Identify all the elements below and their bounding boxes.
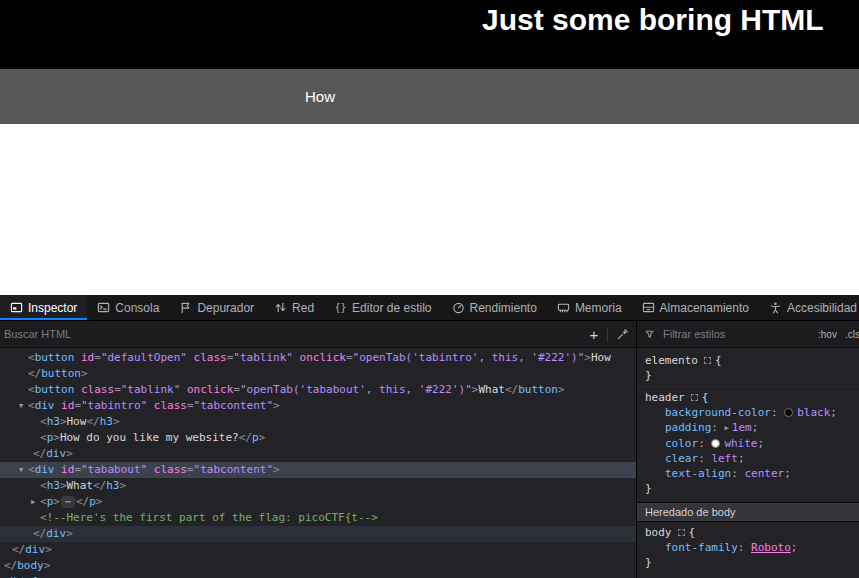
rule-selector[interactable]: body [645, 526, 672, 539]
css-property-name[interactable]: padding [665, 421, 711, 434]
color-swatch[interactable] [784, 408, 793, 417]
tab-label: Inspector [28, 301, 77, 315]
code-token: How [591, 351, 611, 364]
inspector-pane: + <button id="defaultOpen" class="tablin… [0, 321, 637, 578]
markup-line[interactable]: <button id="defaultOpen" class="tablink"… [0, 350, 636, 366]
code-token: button [35, 383, 75, 396]
css-rule: header{background-color: black;padding: … [637, 386, 859, 499]
code-token: > [558, 383, 565, 396]
devtools-tab-storage[interactable]: Almacenamiento [632, 295, 759, 320]
selector-highlighter-icon[interactable] [691, 394, 698, 401]
semicolon: ; [791, 541, 798, 554]
page-tab-how-button[interactable]: How [284, 69, 356, 124]
pseudo-class-toggle[interactable]: :hov [814, 329, 841, 340]
code-token: > [45, 543, 52, 556]
css-declaration[interactable]: font-family: Roboto; [645, 540, 853, 555]
code-token: "tabintro" [81, 399, 147, 412]
css-rule: elemento{} [637, 350, 859, 386]
code-token: </ [33, 447, 46, 460]
code-token: > [273, 463, 280, 476]
code-token: p [252, 431, 259, 444]
collapsed-ellipsis[interactable]: ⋯ [61, 496, 75, 508]
markup-line[interactable]: <!--Here's the first part of the flag: p… [0, 510, 636, 526]
devtools-tab-console[interactable]: Consola [87, 295, 169, 320]
css-property-name[interactable]: text-align [665, 467, 731, 480]
css-declaration[interactable]: color: white; [645, 436, 853, 451]
shorthand-twisty-icon[interactable]: ▶ [725, 424, 729, 432]
selector-highlighter-icon[interactable] [678, 529, 685, 536]
twisty-icon[interactable]: ▼ [16, 398, 26, 414]
code-token: = [74, 399, 81, 412]
css-property-name[interactable]: color [665, 437, 698, 450]
semicolon: ; [758, 437, 765, 450]
markup-line[interactable]: <p>How do you like my website?</p> [0, 430, 636, 446]
css-property-name[interactable]: clear [665, 452, 698, 465]
css-declaration[interactable]: padding: ▶1em; [645, 420, 853, 436]
code-token: button [518, 383, 558, 396]
code-token: > [53, 431, 60, 444]
code-token: div [25, 543, 45, 556]
css-property-value[interactable]: black [797, 406, 830, 419]
markup-line[interactable]: <h3>What</h3> [0, 478, 636, 494]
search-html-input[interactable] [0, 328, 581, 340]
code-token: </ [12, 543, 25, 556]
markup-line[interactable]: </div> [0, 446, 636, 462]
inspector-icon [10, 301, 23, 314]
devtools-tab-accessibility[interactable]: Accesibilidad [759, 295, 859, 320]
code-token: </ [28, 367, 41, 380]
screen: Just some boring HTML How InspectorConso… [0, 0, 859, 578]
css-declaration[interactable]: text-align: center; [645, 466, 853, 481]
tab-label: Consola [115, 301, 159, 315]
code-token: = [94, 351, 101, 364]
rule-selector[interactable]: header [645, 391, 685, 404]
selector-highlighter-icon[interactable] [704, 357, 711, 364]
devtools-tab-memory[interactable]: Memoria [547, 295, 632, 320]
tab-label: Memoria [575, 301, 622, 315]
css-property-value[interactable]: white [724, 437, 757, 450]
markup-line[interactable]: </div> [0, 542, 636, 558]
code-token: div [46, 447, 66, 460]
color-swatch[interactable] [711, 439, 720, 448]
css-property-name[interactable]: background-color [665, 406, 771, 419]
markup-line[interactable]: ▼<div id="tabintro" class="tabcontent"> [0, 398, 636, 414]
css-declaration[interactable]: background-color: black; [645, 405, 853, 420]
code-token: > [96, 495, 103, 508]
devtools-tab-debugger[interactable]: Depurador [169, 295, 264, 320]
css-property-name[interactable]: font-family [665, 541, 738, 554]
markup-line[interactable]: </html> [0, 574, 636, 578]
devtools-tab-performance[interactable]: Rendimiento [442, 295, 547, 320]
code-token: button [41, 367, 81, 380]
style-editor-icon: {} [334, 301, 347, 314]
twisty-icon[interactable]: ▼ [16, 462, 26, 478]
code-token: What [67, 479, 94, 492]
markup-line[interactable]: </body> [0, 558, 636, 574]
class-toggle[interactable]: .cls [841, 329, 859, 340]
rule-selector[interactable]: elemento [645, 354, 698, 367]
devtools-tab-network[interactable]: Red [264, 295, 324, 320]
add-node-button[interactable]: + [581, 322, 607, 347]
markup-line[interactable]: ▶<p>⋯</p> [0, 494, 636, 510]
markup-line[interactable]: </div> [0, 526, 636, 542]
code-token: < [28, 383, 35, 396]
code-token: </ [33, 527, 46, 540]
css-declaration[interactable]: clear: left; [645, 451, 853, 466]
devtools-body: + <button id="defaultOpen" class="tablin… [0, 321, 859, 578]
rule-selector-line: body{ [645, 525, 853, 540]
code-token: < [28, 463, 35, 476]
markup-line[interactable]: <button class="tablink" onclick="openTab… [0, 382, 636, 398]
eyedropper-icon[interactable] [608, 328, 636, 341]
css-property-value[interactable]: center [744, 467, 784, 480]
markup-line[interactable]: ▼<div id="tababout" class="tabcontent"> [0, 462, 636, 478]
twisty-icon[interactable]: ▶ [28, 494, 38, 510]
css-property-value[interactable]: left [711, 452, 738, 465]
css-property-value[interactable]: Roboto [751, 541, 791, 554]
filter-styles-input[interactable] [659, 328, 814, 340]
debugger-icon [179, 301, 192, 314]
markup-line[interactable]: <h3>How</h3> [0, 414, 636, 430]
code-token: < [40, 479, 47, 492]
code-token: "tablink" [121, 383, 181, 396]
css-property-value[interactable]: 1em [732, 421, 752, 434]
markup-line[interactable]: </button> [0, 366, 636, 382]
devtools-tab-style-editor[interactable]: {}Editor de estilo [324, 295, 441, 320]
devtools-tab-inspector[interactable]: Inspector [0, 295, 87, 320]
